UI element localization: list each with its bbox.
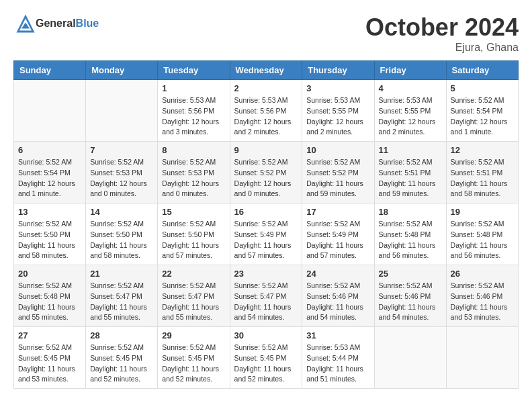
day-info: Sunrise: 5:52 AMSunset: 5:47 PMDaylight:… (162, 281, 225, 323)
day-number: 10 (306, 145, 369, 155)
calendar-cell: 27Sunrise: 5:52 AMSunset: 5:45 PMDayligh… (14, 327, 86, 389)
calendar-week-3: 13Sunrise: 5:52 AMSunset: 5:50 PMDayligh… (14, 203, 519, 265)
day-info: Sunrise: 5:52 AMSunset: 5:45 PMDaylight:… (162, 342, 225, 385)
day-info: Sunrise: 5:52 AMSunset: 5:53 PMDaylight:… (162, 157, 225, 199)
day-info: Sunrise: 5:52 AMSunset: 5:52 PMDaylight:… (234, 157, 298, 199)
calendar-cell: 24Sunrise: 5:52 AMSunset: 5:46 PMDayligh… (302, 265, 374, 327)
calendar-table: SundayMondayTuesdayWednesdayThursdayFrid… (13, 60, 519, 389)
day-info: Sunrise: 5:53 AMSunset: 5:56 PMDaylight:… (234, 95, 298, 138)
day-number: 25 (379, 269, 442, 279)
day-number: 19 (451, 207, 514, 217)
calendar-header-row: SundayMondayTuesdayWednesdayThursdayFrid… (14, 61, 519, 80)
calendar-cell: 1Sunrise: 5:53 AMSunset: 5:56 PMDaylight… (158, 80, 230, 142)
calendar-cell: 31Sunrise: 5:53 AMSunset: 5:44 PMDayligh… (302, 327, 374, 389)
calendar-cell: 16Sunrise: 5:52 AMSunset: 5:49 PMDayligh… (230, 203, 302, 265)
calendar-cell: 4Sunrise: 5:53 AMSunset: 5:55 PMDaylight… (374, 80, 446, 142)
day-number: 2 (234, 83, 298, 93)
page-header: GeneralBlue October 2024 Ejura, Ghana (13, 13, 519, 54)
day-number: 29 (162, 330, 225, 340)
calendar-cell (446, 327, 518, 389)
calendar-cell: 10Sunrise: 5:52 AMSunset: 5:52 PMDayligh… (302, 142, 374, 203)
day-number: 31 (306, 330, 369, 340)
day-info: Sunrise: 5:52 AMSunset: 5:48 PMDaylight:… (18, 281, 81, 323)
calendar-cell: 2Sunrise: 5:53 AMSunset: 5:56 PMDaylight… (230, 80, 302, 142)
day-info: Sunrise: 5:52 AMSunset: 5:48 PMDaylight:… (451, 219, 514, 261)
day-info: Sunrise: 5:52 AMSunset: 5:46 PMDaylight:… (379, 281, 442, 323)
day-number: 14 (90, 207, 153, 217)
logo: GeneralBlue (13, 13, 99, 34)
logo-blue-text: Blue (76, 17, 99, 29)
weekday-header-tuesday: Tuesday (158, 61, 230, 80)
calendar-cell: 12Sunrise: 5:52 AMSunset: 5:51 PMDayligh… (446, 142, 518, 203)
day-info: Sunrise: 5:52 AMSunset: 5:49 PMDaylight:… (234, 219, 298, 261)
calendar-cell: 21Sunrise: 5:52 AMSunset: 5:47 PMDayligh… (86, 265, 158, 327)
day-info: Sunrise: 5:53 AMSunset: 5:55 PMDaylight:… (306, 95, 369, 138)
day-number: 11 (379, 145, 442, 155)
day-number: 30 (234, 330, 298, 340)
day-info: Sunrise: 5:52 AMSunset: 5:54 PMDaylight:… (18, 157, 81, 199)
calendar-cell: 5Sunrise: 5:52 AMSunset: 5:54 PMDaylight… (446, 80, 518, 142)
title-area: October 2024 Ejura, Ghana (365, 13, 519, 54)
day-info: Sunrise: 5:53 AMSunset: 5:56 PMDaylight:… (162, 95, 225, 138)
calendar-cell: 15Sunrise: 5:52 AMSunset: 5:50 PMDayligh… (158, 203, 230, 265)
calendar-cell: 22Sunrise: 5:52 AMSunset: 5:47 PMDayligh… (158, 265, 230, 327)
calendar-cell: 11Sunrise: 5:52 AMSunset: 5:51 PMDayligh… (374, 142, 446, 203)
calendar-cell: 25Sunrise: 5:52 AMSunset: 5:46 PMDayligh… (374, 265, 446, 327)
day-number: 12 (451, 145, 514, 155)
day-number: 4 (379, 83, 442, 93)
day-info: Sunrise: 5:52 AMSunset: 5:52 PMDaylight:… (306, 157, 369, 199)
day-number: 28 (90, 330, 153, 340)
logo-icon (15, 13, 36, 34)
day-number: 26 (451, 269, 514, 279)
month-title: October 2024 (365, 13, 519, 42)
calendar-week-1: 1Sunrise: 5:53 AMSunset: 5:56 PMDaylight… (14, 80, 519, 142)
day-info: Sunrise: 5:52 AMSunset: 5:51 PMDaylight:… (451, 157, 514, 199)
day-number: 6 (18, 145, 81, 155)
day-info: Sunrise: 5:52 AMSunset: 5:45 PMDaylight:… (234, 342, 298, 385)
calendar-week-2: 6Sunrise: 5:52 AMSunset: 5:54 PMDaylight… (14, 142, 519, 203)
day-number: 7 (90, 145, 153, 155)
calendar-week-4: 20Sunrise: 5:52 AMSunset: 5:48 PMDayligh… (14, 265, 519, 327)
calendar-cell (374, 327, 446, 389)
calendar-cell: 9Sunrise: 5:52 AMSunset: 5:52 PMDaylight… (230, 142, 302, 203)
calendar-cell: 20Sunrise: 5:52 AMSunset: 5:48 PMDayligh… (14, 265, 86, 327)
day-number: 1 (162, 83, 225, 93)
day-number: 27 (18, 330, 81, 340)
calendar-cell: 23Sunrise: 5:52 AMSunset: 5:47 PMDayligh… (230, 265, 302, 327)
day-number: 16 (234, 207, 298, 217)
calendar-cell: 19Sunrise: 5:52 AMSunset: 5:48 PMDayligh… (446, 203, 518, 265)
day-info: Sunrise: 5:52 AMSunset: 5:54 PMDaylight:… (451, 95, 514, 138)
day-info: Sunrise: 5:52 AMSunset: 5:46 PMDaylight:… (306, 281, 369, 323)
day-number: 17 (306, 207, 369, 217)
day-info: Sunrise: 5:52 AMSunset: 5:50 PMDaylight:… (18, 219, 81, 261)
day-number: 8 (162, 145, 225, 155)
calendar-cell: 8Sunrise: 5:52 AMSunset: 5:53 PMDaylight… (158, 142, 230, 203)
calendar-cell: 29Sunrise: 5:52 AMSunset: 5:45 PMDayligh… (158, 327, 230, 389)
day-number: 24 (306, 269, 369, 279)
day-number: 20 (18, 269, 81, 279)
day-info: Sunrise: 5:52 AMSunset: 5:45 PMDaylight:… (90, 342, 153, 385)
calendar-cell (86, 80, 158, 142)
weekday-header-monday: Monday (86, 61, 158, 80)
weekday-header-thursday: Thursday (302, 61, 374, 80)
logo-general-text: General (36, 17, 76, 29)
day-info: Sunrise: 5:52 AMSunset: 5:45 PMDaylight:… (18, 342, 81, 385)
calendar-cell: 18Sunrise: 5:52 AMSunset: 5:48 PMDayligh… (374, 203, 446, 265)
day-info: Sunrise: 5:52 AMSunset: 5:47 PMDaylight:… (90, 281, 153, 323)
day-number: 22 (162, 269, 225, 279)
day-info: Sunrise: 5:52 AMSunset: 5:50 PMDaylight:… (90, 219, 153, 261)
calendar-cell: 30Sunrise: 5:52 AMSunset: 5:45 PMDayligh… (230, 327, 302, 389)
day-info: Sunrise: 5:52 AMSunset: 5:51 PMDaylight:… (379, 157, 442, 199)
day-info: Sunrise: 5:52 AMSunset: 5:53 PMDaylight:… (90, 157, 153, 199)
day-number: 9 (234, 145, 298, 155)
calendar-cell: 26Sunrise: 5:52 AMSunset: 5:46 PMDayligh… (446, 265, 518, 327)
calendar-cell: 28Sunrise: 5:52 AMSunset: 5:45 PMDayligh… (86, 327, 158, 389)
day-info: Sunrise: 5:52 AMSunset: 5:50 PMDaylight:… (162, 219, 225, 261)
day-number: 5 (451, 83, 514, 93)
day-info: Sunrise: 5:52 AMSunset: 5:48 PMDaylight:… (379, 219, 442, 261)
calendar-cell: 13Sunrise: 5:52 AMSunset: 5:50 PMDayligh… (14, 203, 86, 265)
day-number: 15 (162, 207, 225, 217)
calendar-cell: 3Sunrise: 5:53 AMSunset: 5:55 PMDaylight… (302, 80, 374, 142)
calendar-cell: 14Sunrise: 5:52 AMSunset: 5:50 PMDayligh… (86, 203, 158, 265)
location-title: Ejura, Ghana (365, 42, 519, 54)
